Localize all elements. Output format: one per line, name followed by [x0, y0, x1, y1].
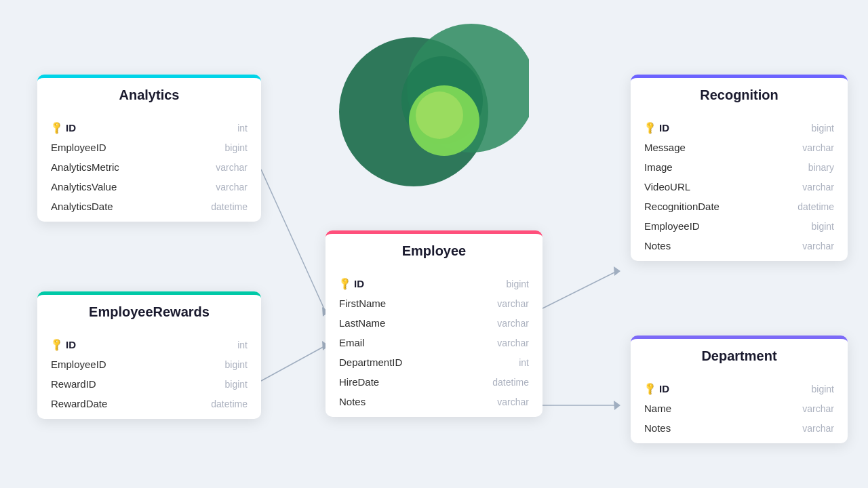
table-row: DepartmentID int — [326, 352, 542, 372]
table-row: 🔑 ID bigint — [326, 274, 542, 293]
field-name: Image — [644, 161, 673, 173]
field-name: VideoURL — [644, 181, 690, 192]
field-type: varchar — [216, 162, 248, 173]
table-employee: Employee 🔑 ID bigint FirstName varchar L… — [326, 230, 542, 417]
table-row: AnalyticsMetric varchar — [37, 157, 261, 177]
recognition-body: 🔑 ID bigint Message varchar Image binary… — [631, 113, 848, 261]
field-name: AnalyticsValue — [51, 181, 117, 192]
key-icon: 🔑 — [642, 121, 657, 136]
field-name: 🔑 ID — [339, 278, 364, 289]
department-body: 🔑 ID bigint Name varchar Notes varchar — [631, 373, 848, 443]
field-name: Email — [339, 337, 365, 348]
field-type: varchar — [802, 241, 834, 251]
table-row: LastName varchar — [326, 313, 542, 333]
table-employee-rewards: EmployeeRewards 🔑 ID int EmployeeID bigi… — [37, 291, 261, 419]
field-name: DepartmentID — [339, 357, 402, 368]
field-type: varchar — [802, 423, 834, 434]
table-row: Message varchar — [631, 138, 848, 157]
field-name: AnalyticsDate — [51, 201, 113, 212]
field-type: varchar — [802, 142, 834, 153]
table-row: HireDate datetime — [326, 372, 542, 392]
key-icon: 🔑 — [642, 382, 657, 396]
employee-title: Employee — [339, 243, 529, 259]
svg-line-4 — [542, 271, 617, 308]
field-name: FirstName — [339, 298, 386, 309]
recognition-header: Recognition — [631, 75, 848, 113]
field-name: EmployeeID — [51, 142, 106, 153]
table-row: Email varchar — [326, 333, 542, 352]
table-row: 🔑 ID bigint — [631, 118, 848, 138]
field-name: 🔑 ID — [51, 122, 76, 134]
field-type: varchar — [497, 396, 529, 407]
field-type: int — [237, 123, 248, 134]
table-row: Image binary — [631, 157, 848, 177]
field-type: varchar — [497, 338, 529, 348]
table-row: Notes varchar — [631, 236, 848, 256]
table-row: 🔑 ID bigint — [631, 379, 848, 399]
svg-line-0 — [261, 169, 326, 312]
field-name: 🔑 ID — [644, 383, 669, 394]
field-type: varchar — [216, 182, 248, 192]
rewards-body: 🔑 ID int EmployeeID bigint RewardID bigi… — [37, 329, 261, 419]
table-row: RewardDate datetime — [37, 394, 261, 413]
key-icon: 🔑 — [49, 121, 64, 136]
employee-body: 🔑 ID bigint FirstName varchar LastName v… — [326, 268, 542, 417]
analytics-header: Analytics — [37, 75, 261, 113]
rewards-header: EmployeeRewards — [37, 291, 261, 329]
table-row: Name varchar — [631, 399, 848, 418]
field-type: bigint — [507, 279, 529, 289]
field-name: LastName — [339, 317, 385, 329]
table-row: VideoURL varchar — [631, 177, 848, 197]
logo-container — [326, 14, 542, 210]
table-row: FirstName varchar — [326, 293, 542, 313]
field-type: datetime — [797, 201, 834, 212]
field-type: bigint — [225, 379, 248, 390]
analytics-title: Analytics — [51, 87, 248, 103]
table-row: 🔑 ID int — [37, 118, 261, 138]
table-row: EmployeeID bigint — [631, 216, 848, 236]
field-name: Notes — [339, 396, 366, 407]
svg-line-2 — [261, 346, 326, 381]
field-type: varchar — [497, 318, 529, 329]
field-type: int — [237, 340, 248, 350]
field-name: RewardDate — [51, 398, 107, 409]
field-type: datetime — [211, 201, 248, 212]
table-row: Notes varchar — [631, 418, 848, 438]
field-type: bigint — [225, 359, 248, 370]
field-type: datetime — [492, 377, 529, 388]
field-type: datetime — [211, 399, 248, 409]
field-type: bigint — [812, 221, 834, 232]
employee-header: Employee — [326, 230, 542, 268]
table-row: EmployeeID bigint — [37, 354, 261, 374]
table-row: AnalyticsDate datetime — [37, 197, 261, 216]
table-row: RecognitionDate datetime — [631, 197, 848, 216]
field-name: Notes — [644, 240, 671, 251]
analytics-body: 🔑 ID int EmployeeID bigint AnalyticsMetr… — [37, 113, 261, 222]
field-name: EmployeeID — [644, 220, 700, 232]
table-row: EmployeeID bigint — [37, 138, 261, 157]
department-header: Department — [631, 336, 848, 373]
field-name: 🔑 ID — [644, 122, 669, 134]
field-type: varchar — [497, 298, 529, 309]
field-name: 🔑 ID — [51, 339, 76, 350]
field-type: binary — [808, 162, 834, 173]
field-type: bigint — [812, 123, 834, 134]
table-analytics: Analytics 🔑 ID int EmployeeID bigint Ana… — [37, 75, 261, 222]
diagram-container: Analytics 🔑 ID int EmployeeID bigint Ana… — [0, 0, 868, 488]
svg-marker-7 — [614, 401, 620, 410]
table-row: 🔑 ID int — [37, 335, 261, 354]
field-name: AnalyticsMetric — [51, 161, 119, 173]
field-type: bigint — [225, 142, 248, 153]
field-name: Notes — [644, 422, 671, 434]
table-recognition: Recognition 🔑 ID bigint Message varchar … — [631, 75, 848, 261]
field-name: Name — [644, 403, 671, 414]
field-name: EmployeeID — [51, 359, 106, 370]
table-row: RewardID bigint — [37, 374, 261, 394]
rewards-title: EmployeeRewards — [51, 304, 248, 320]
svg-point-12 — [416, 92, 463, 139]
field-name: RecognitionDate — [644, 201, 719, 212]
field-type: bigint — [812, 384, 834, 394]
key-icon: 🔑 — [49, 338, 64, 352]
app-logo — [339, 20, 529, 203]
field-name: Message — [644, 142, 686, 153]
